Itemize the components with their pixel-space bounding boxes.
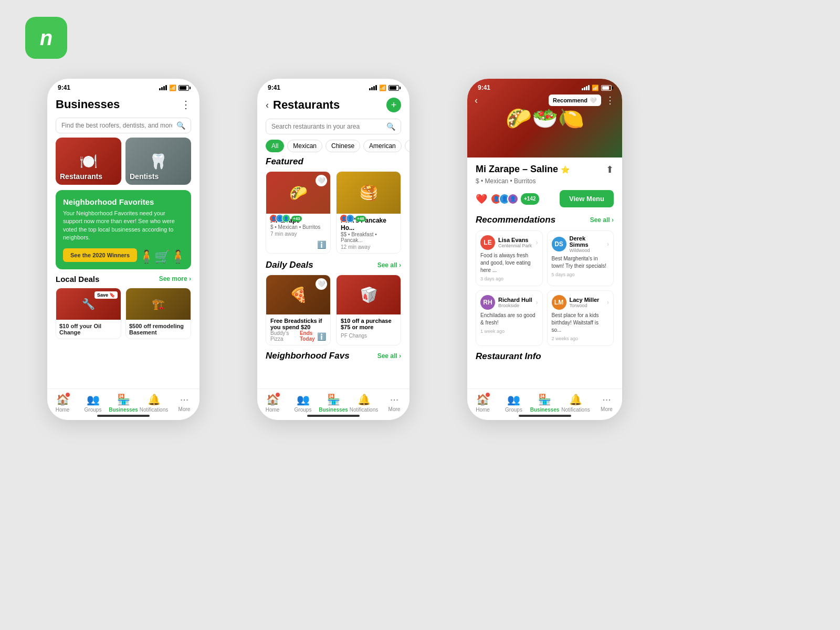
notifications-icon: 🔔 [148, 393, 161, 406]
nav-more[interactable]: ··· More [169, 393, 200, 412]
mizarape-dist: 7 min away [270, 231, 326, 237]
like-icon[interactable]: ❤️ [476, 193, 487, 205]
daily-deals-section: Daily Deals See all › 🍕 🤍 Free Breadstic… [257, 260, 410, 345]
p2-notifications-icon: 🔔 [358, 393, 371, 406]
p2-nav-notifications[interactable]: 🔔 Notifications [349, 393, 379, 413]
save-badge: Save 🔖 [94, 291, 118, 299]
p3-nav-notifications-label: Notifications [561, 407, 590, 413]
nav-businesses[interactable]: 🏪 Businesses [108, 393, 139, 413]
p2-nav-groups[interactable]: 👥 Groups [288, 393, 318, 413]
p2-nav-groups-label: Groups [295, 407, 312, 413]
p3-businesses-icon: 🏪 [538, 393, 551, 406]
rec-card-derek[interactable]: DS Derek Simms Wildwood › Best Margherit… [547, 230, 614, 286]
more-options-icon[interactable]: ⋮ [181, 98, 191, 111]
signal-bars [159, 85, 167, 90]
restaurant-meta: $ • Mexican • Burritos [476, 177, 614, 185]
breadsticks-heart[interactable]: 🤍 [316, 278, 327, 290]
battery-icon3 [601, 85, 612, 91]
featured-card-nicks[interactable]: 🥞 👤 👤 +48 Nick's Pancake Ho... $$ • Brea… [336, 171, 401, 254]
p3-nav-notifications[interactable]: 🔔 Notifications [560, 393, 591, 413]
search-icon2: 🔍 [386, 122, 395, 131]
filter-chinese[interactable]: Chinese [326, 140, 360, 152]
phone1-header: Businesses ⋮ [47, 93, 200, 116]
phone3-status-bar: 9:41 📶 [467, 79, 622, 93]
p2-nav-home-label: Home [266, 407, 280, 413]
view-menu-button[interactable]: View Menu [560, 190, 614, 207]
p3-nav-groups-label: Groups [505, 407, 522, 413]
lisa-avatar: LE [480, 235, 495, 250]
restaurants-label: Restaurants [60, 172, 102, 181]
deal-pfchangs[interactable]: 🥡 $10 off a purchase $75 or more PF Chan… [336, 275, 401, 345]
wifi-icon: 📶 [169, 85, 176, 91]
phone1-search-input[interactable] [61, 122, 172, 129]
nf-banner-button[interactable]: See the 2020 Winners [63, 248, 137, 262]
phone3-time: 9:41 [478, 84, 490, 91]
neighborhood-favs-section: Neighborhood Favs See all › [257, 351, 410, 361]
filter-mexican[interactable]: Mexican [287, 140, 322, 152]
rec-card-richard[interactable]: RH Richard Hull Brookside › Enchiladas a… [476, 290, 543, 346]
p3-nav-businesses[interactable]: 🏪 Businesses [529, 393, 560, 413]
filter-all[interactable]: All [266, 140, 284, 152]
phone1-search-bar[interactable]: 🔍 [56, 118, 191, 133]
nav-notifications-label: Notifications [140, 407, 168, 413]
see-more-button[interactable]: See more › [159, 275, 191, 282]
derek-review-time: 5 days ago [552, 272, 610, 277]
featured-card-mizarape[interactable]: 🌮 🤍 👤 👤 👤 +43 Mi Zarape $ • Mexican • Bu… [266, 171, 331, 254]
add-restaurant-button[interactable]: + [386, 98, 401, 112]
businesses-icon: 🏪 [117, 393, 130, 406]
home-indicator2 [307, 415, 360, 417]
p3-nav-more[interactable]: ··· More [591, 393, 622, 412]
derek-review-text: Best Margherita's in town! Try their spe… [552, 255, 610, 270]
p2-nav-home[interactable]: 🏠 Home [257, 393, 288, 413]
filter-american[interactable]: American [363, 140, 402, 152]
phone3-frame: 9:41 📶 🌮🥗🍋 ‹ Recommend 🤍 [467, 79, 622, 420]
dentists-category-card[interactable]: 🦷 Dentists [125, 138, 191, 185]
deal-breadsticks[interactable]: 🍕 🤍 Free Breadsticks if you spend $20 Bu… [266, 275, 331, 345]
search-icon: 🔍 [176, 121, 185, 130]
phone2-search-bar[interactable]: 🔍 [266, 119, 401, 134]
lacy-review-time: 2 weeks ago [552, 336, 610, 341]
lacy-loc: Torwood [570, 303, 604, 308]
p3-content: Mi Zarape – Saline ⭐ ⬆ $ • Mexican • Bur… [467, 158, 622, 368]
p3-nav-groups[interactable]: 👥 Groups [498, 393, 529, 413]
daily-deals-see-all[interactable]: See all › [377, 261, 401, 269]
restaurants-category-card[interactable]: 🍽️ Restaurants [56, 138, 121, 185]
lisa-name: Lisa Evans [498, 237, 533, 243]
pfchangs-img: 🥡 [337, 275, 401, 314]
rec-card-lisa[interactable]: LE Lisa Evans Centennial Park › Food is … [476, 230, 543, 286]
nav-groups[interactable]: 👥 Groups [78, 393, 108, 413]
nicks-dist: 12 min away [341, 244, 396, 250]
deal-card-remodel[interactable]: 🏗️ $500 off remodeling Basement [125, 288, 191, 339]
recommendations-see-all[interactable]: See all › [590, 216, 614, 224]
richard-avatar: RH [480, 295, 495, 310]
mizarape-heart[interactable]: 🤍 [316, 175, 327, 186]
p2-home-icon: 🏠 [266, 393, 279, 406]
featured-section: Featured 🌮 🤍 👤 👤 👤 +43 Mi Zarape $ • Mex… [257, 156, 410, 254]
nav-notifications[interactable]: 🔔 Notifications [139, 393, 169, 413]
heart-outline-icon: 🤍 [590, 97, 597, 104]
deal-info-icon[interactable]: ℹ️ [317, 332, 326, 341]
phone2-search-input[interactable] [271, 123, 382, 130]
nf-favs-see-all[interactable]: See all › [377, 352, 401, 360]
info-icon[interactable]: ℹ️ [317, 240, 326, 249]
groups-icon: 👥 [87, 393, 100, 406]
nav-home[interactable]: 🏠 Home [47, 393, 78, 413]
p3-nav-home[interactable]: 🏠 Home [467, 393, 498, 413]
app-logo: n [25, 17, 67, 59]
deal-card-oil[interactable]: 🔧 Save 🔖 $10 off your Oil Change [56, 288, 121, 339]
p3-back-button[interactable]: ‹ [475, 95, 478, 106]
battery-icon [178, 85, 189, 91]
featured-title: Featured [266, 156, 401, 167]
rec-card-lacy[interactable]: LM Lacy Miller Torwood › Best place for … [547, 290, 614, 346]
mizarape-meta: $ • Mexican • Burritos [270, 224, 326, 230]
p2-groups-icon: 👥 [297, 393, 310, 406]
filter-southern[interactable]: Southern [405, 140, 410, 152]
recommend-button[interactable]: Recommend 🤍 [549, 94, 601, 106]
lacy-avatar: LM [552, 295, 566, 310]
p2-nav-businesses[interactable]: 🏪 Businesses [318, 393, 349, 413]
phone1-frame: 9:41 📶 Businesses ⋮ 🔍 🍽️ Res [47, 79, 200, 420]
phone1-status-bar: 9:41 📶 [47, 79, 200, 93]
share-button[interactable]: ⬆ [606, 164, 614, 175]
p3-more-options[interactable]: ⋮ [605, 94, 615, 106]
p2-nav-more[interactable]: ··· More [379, 393, 410, 412]
